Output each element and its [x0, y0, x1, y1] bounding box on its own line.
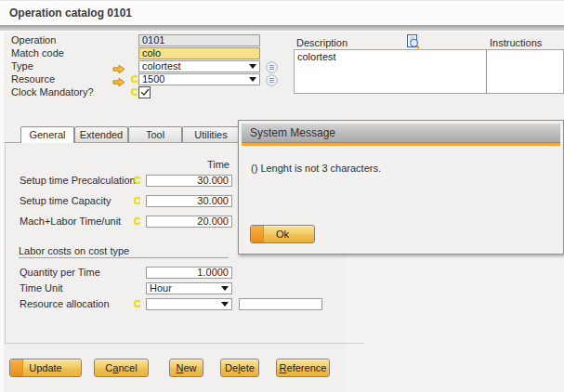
default-button-strip: [10, 359, 23, 376]
checkmark-icon: [140, 88, 150, 97]
resource-label: Resource: [11, 73, 55, 85]
time-column-header: Time: [146, 159, 230, 171]
changed-flag-icon: C: [134, 196, 143, 207]
delete-button[interactable]: Delete: [220, 359, 259, 377]
section-underline: [19, 257, 229, 258]
system-message-dialog: System Message () Lenght is not 3 charac…: [238, 120, 564, 255]
chevron-down-icon: [249, 77, 256, 82]
window-left-edge: [0, 31, 4, 392]
resource-allocation-combo[interactable]: [146, 298, 232, 310]
setup-precalc-field[interactable]: 30.000: [146, 175, 232, 187]
description-textarea[interactable]: colortest: [294, 49, 487, 94]
cancel-button[interactable]: Cancel: [94, 359, 149, 377]
choose-from-list-icon[interactable]: [266, 73, 278, 90]
dialog-accent-line: [242, 143, 560, 146]
setup-precalc-label: Setup time Precalculation: [20, 175, 136, 187]
clock-mandatory-checkbox[interactable]: [138, 86, 151, 98]
time-unit-combo-value: Hour: [150, 282, 172, 294]
clock-mandatory-label: Clock Mandatory?: [11, 86, 94, 98]
dialog-message: () Lenght is not 3 characters.: [251, 163, 381, 174]
desktop-background: [346, 255, 564, 392]
link-arrow-icon[interactable]: [112, 74, 125, 91]
chevron-down-icon: [249, 64, 256, 69]
tab-extended[interactable]: Extended: [74, 126, 128, 142]
tab-utilities[interactable]: Utilities: [182, 126, 240, 142]
mach-labor-field[interactable]: 20.000: [146, 216, 232, 228]
tab-panel-bottom-border: [5, 343, 364, 344]
quantity-per-time-label: Quantity per Time: [20, 267, 100, 279]
changed-flag-icon: C: [134, 216, 143, 228]
chevron-down-icon: [221, 286, 229, 291]
default-button-strip: [251, 226, 264, 242]
dialog-titlebar[interactable]: System Message: [242, 124, 560, 143]
type-label: Type: [11, 60, 33, 72]
instructions-textarea[interactable]: [486, 49, 564, 94]
resource-combo[interactable]: 1500: [138, 73, 260, 85]
operation-field: 0101: [138, 34, 260, 46]
tab-panel-left-border: [5, 143, 6, 343]
mach-labor-label: Mach+Labor Time/unit: [20, 216, 121, 228]
dialog-title: System Message: [250, 126, 335, 139]
match-code-label: Match code: [11, 47, 64, 59]
title-separator: [0, 25, 564, 32]
time-unit-combo[interactable]: Hour: [146, 282, 232, 294]
time-unit-label: Time Unit: [20, 282, 63, 294]
update-button[interactable]: Update: [9, 359, 82, 377]
chevron-down-icon: [221, 302, 229, 307]
type-combo[interactable]: colortest: [138, 60, 260, 72]
quantity-per-time-field[interactable]: 1.0000: [146, 267, 232, 279]
resource-combo-value: 1500: [142, 73, 164, 85]
description-label: Description: [296, 37, 348, 49]
setup-capacity-field[interactable]: 30.000: [146, 195, 232, 207]
changed-flag-icon: C: [134, 176, 143, 187]
match-code-input[interactable]: colo: [138, 47, 260, 59]
window-titlebar[interactable]: Operation catalog 0101: [0, 0, 564, 26]
labor-costs-section-header: Labor costs on cost type: [19, 245, 129, 257]
tab-general[interactable]: General: [20, 126, 74, 143]
new-button[interactable]: New: [169, 359, 203, 377]
operation-label: Operation: [11, 34, 56, 46]
setup-capacity-label: Setup time Capacity: [20, 195, 111, 207]
resource-allocation-extra-field[interactable]: [239, 298, 322, 310]
reference-button[interactable]: Reference: [276, 359, 330, 377]
window-title: Operation catalog 0101: [9, 7, 132, 20]
instructions-label: Instructions: [490, 37, 542, 49]
resource-allocation-label: Resource allocation: [20, 298, 110, 310]
changed-flag-icon: C: [134, 299, 143, 310]
tab-tool[interactable]: Tool: [128, 126, 182, 142]
ok-button[interactable]: Ok: [250, 225, 315, 243]
operation-catalog-window: Operation catalog 0101 Operation 0101 Ma…: [0, 0, 564, 392]
type-combo-value: colortest: [142, 60, 181, 72]
